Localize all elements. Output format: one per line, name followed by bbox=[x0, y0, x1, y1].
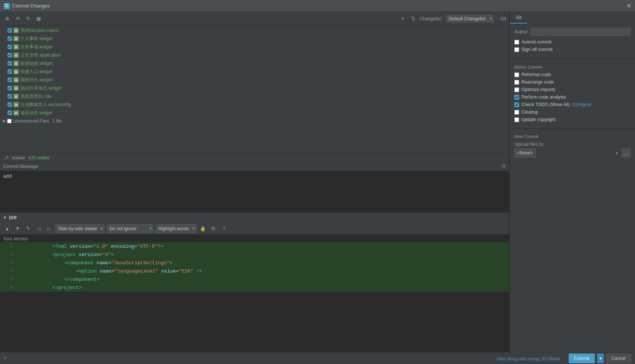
diff-label: Diff bbox=[9, 215, 16, 220]
amend-commit-label[interactable]: Amend commit bbox=[521, 39, 551, 45]
upload-select[interactable]: <None> bbox=[514, 148, 536, 157]
file-checkbox[interactable] bbox=[7, 61, 12, 66]
checktodo-checkbox[interactable] bbox=[514, 102, 519, 107]
list-item[interactable]: ▤ 个人事务.widget bbox=[0, 34, 509, 43]
main-container: ⊕ ⟲ ↻ ▦ ≡ ⇅ Changelist: Default Changeli… bbox=[0, 12, 635, 364]
list-item[interactable]: ▤ 友情链接.widget bbox=[0, 59, 509, 67]
diff-edit-btn[interactable]: ✎ bbox=[24, 225, 32, 233]
signoff-commit-checkbox[interactable] bbox=[514, 47, 519, 52]
line-number: 6 bbox=[1, 285, 13, 290]
branch-icon: ⎇ bbox=[4, 155, 9, 160]
list-item[interactable]: ▤ 知识分享动态.widget bbox=[0, 84, 509, 92]
diff-prev-btn[interactable]: ◁ bbox=[34, 225, 43, 233]
copyright-label[interactable]: Update copyright bbox=[521, 117, 556, 122]
author-label: Author: bbox=[514, 29, 529, 34]
analyze-label[interactable]: Perform code analysis bbox=[521, 94, 566, 100]
line-number: 5 bbox=[1, 277, 13, 282]
line-number: 2 bbox=[1, 252, 13, 257]
author-input[interactable] bbox=[531, 28, 631, 36]
commit-arrow-button[interactable]: ▾ bbox=[597, 354, 604, 363]
changelist-select[interactable]: Default Changelist bbox=[446, 15, 494, 22]
amend-commit-checkbox[interactable] bbox=[514, 40, 519, 45]
file-name: 知识分享动态.widget bbox=[20, 85, 61, 91]
diff-down-btn[interactable]: ▼ bbox=[13, 225, 22, 233]
rearrange-label[interactable]: Rearrange code bbox=[521, 79, 554, 85]
configure-link[interactable]: Configure bbox=[572, 102, 592, 107]
file-type-icon: ▤ bbox=[13, 85, 19, 91]
list-item[interactable]: ▤ 快捷入口.widget bbox=[0, 67, 509, 76]
file-checkbox[interactable] bbox=[7, 69, 12, 74]
bottom-link[interactable]: https://blog.csdn.net/qq_42745404 bbox=[497, 357, 560, 361]
diff-code: 1 <?xml version="1.0" encoding="UTF-8"?>… bbox=[0, 242, 509, 364]
diff-up-btn[interactable]: ▲ bbox=[3, 225, 11, 233]
reformat-label[interactable]: Reformat code bbox=[521, 72, 551, 77]
list-item[interactable]: ▤ 任务事项.widget bbox=[0, 43, 509, 51]
file-list: ▤ 系统function.macro ▤ 个人事务.widget ▤ 任务事项.… bbox=[0, 25, 509, 153]
close-button[interactable]: ✕ bbox=[626, 2, 631, 9]
undo-btn[interactable]: ⟲ bbox=[13, 15, 22, 23]
after-commit-section: After Commit Upload files to: <None> … bbox=[510, 131, 635, 160]
file-name: 任务事项.widget bbox=[20, 44, 52, 50]
unversioned-section[interactable]: Unversioned Files 1 file bbox=[0, 117, 509, 125]
checktodo-label[interactable]: Check TODO (Show All) bbox=[521, 102, 570, 107]
file-checkbox[interactable] bbox=[7, 111, 12, 115]
changelist-label: Changelist: bbox=[420, 16, 442, 21]
file-checkbox[interactable] bbox=[7, 45, 12, 49]
group-btn[interactable]: ▦ bbox=[34, 15, 43, 23]
changelist-dropdown-wrap: Default Changelist bbox=[446, 15, 494, 22]
tab-git[interactable]: Git bbox=[510, 12, 527, 24]
diff-expand-icon[interactable]: ▼ bbox=[3, 216, 7, 220]
list-item[interactable]: ▤ 系统管理员.role bbox=[0, 92, 509, 100]
sort-btn[interactable]: ≡ bbox=[399, 15, 407, 23]
settings-btn[interactable]: ⚙ bbox=[209, 225, 217, 233]
reformat-checkbox[interactable] bbox=[514, 72, 519, 77]
jump-btn[interactable]: ⊕ bbox=[3, 15, 11, 23]
upload-select-wrap: <None> bbox=[514, 148, 620, 157]
file-checkbox[interactable] bbox=[7, 86, 12, 90]
cancel-button[interactable]: Cancel bbox=[606, 354, 631, 363]
unversioned-checkbox[interactable] bbox=[7, 119, 12, 123]
copyright-checkbox[interactable] bbox=[514, 117, 519, 122]
signoff-commit-label[interactable]: Sign-off commit bbox=[521, 47, 553, 52]
expand-icon bbox=[3, 120, 6, 123]
rearrange-checkbox[interactable] bbox=[514, 80, 519, 85]
file-name: 系统function.macro bbox=[20, 27, 59, 34]
optimize-label[interactable]: Optimize imports bbox=[521, 87, 555, 92]
commit-message-icon[interactable]: ⏱ bbox=[502, 164, 506, 169]
viewer-select[interactable]: Side-by-side viewer Unified viewer bbox=[55, 224, 105, 233]
list-item[interactable]: ▤ 公文管理.application bbox=[0, 51, 509, 59]
optimize-checkbox[interactable] bbox=[514, 87, 519, 92]
expand-btn[interactable]: ⇅ bbox=[409, 15, 418, 23]
cleanup-checkbox[interactable] bbox=[514, 110, 519, 115]
lock-btn[interactable]: 🔒 bbox=[199, 225, 207, 233]
file-checkbox[interactable] bbox=[7, 53, 12, 57]
upload-extra-btn[interactable]: … bbox=[622, 148, 631, 157]
file-checkbox[interactable] bbox=[7, 28, 12, 33]
file-checkbox[interactable] bbox=[7, 94, 12, 99]
commit-button[interactable]: Commit bbox=[569, 354, 595, 363]
file-name: 我的待办.widget bbox=[20, 77, 52, 83]
file-checkbox[interactable] bbox=[7, 102, 12, 107]
highlight-select[interactable]: Highlight words bbox=[156, 224, 196, 233]
file-type-icon: ▤ bbox=[13, 52, 19, 58]
diff-next-btn[interactable]: ▷ bbox=[45, 225, 53, 233]
list-item[interactable]: ▤ 系统function.macro bbox=[0, 26, 509, 34]
author-section: Author: Amend commit Sign-off commit bbox=[510, 24, 635, 56]
line-number: 4 bbox=[1, 268, 13, 274]
cleanup-label[interactable]: Cleanup bbox=[521, 109, 538, 115]
file-name: 公文管理.application bbox=[20, 52, 61, 58]
commit-message-textarea[interactable]: add bbox=[0, 171, 509, 212]
refresh-btn[interactable]: ↻ bbox=[24, 15, 32, 23]
file-checkbox[interactable] bbox=[7, 78, 12, 82]
list-item[interactable]: ▤ 项目动态.widget bbox=[0, 109, 509, 117]
ignore-select[interactable]: Do not ignore Ignore whitespace bbox=[107, 224, 153, 233]
help-btn[interactable]: ? bbox=[220, 225, 228, 233]
analyze-checkbox[interactable] bbox=[514, 95, 519, 100]
help-button[interactable]: ? bbox=[4, 356, 6, 361]
list-item[interactable]: ▤ 我的待办.widget bbox=[0, 76, 509, 84]
title-bar: C Commit Changes ✕ bbox=[0, 0, 635, 12]
unversioned-label: Unversioned Files bbox=[13, 118, 49, 124]
before-commit-title: Before Commit bbox=[514, 65, 631, 69]
file-checkbox[interactable] bbox=[7, 36, 12, 41]
list-item[interactable]: ▤ 行业数据导入.excelconfig bbox=[0, 100, 509, 109]
